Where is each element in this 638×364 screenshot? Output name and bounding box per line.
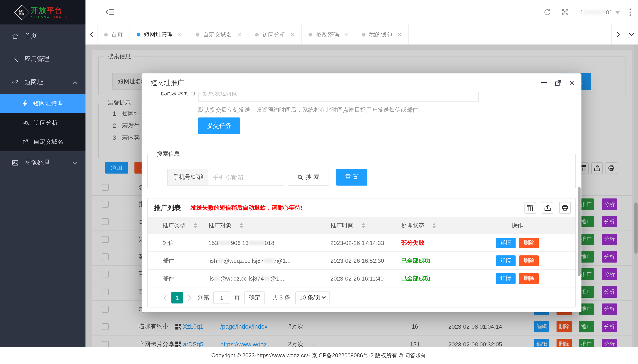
tabs-scroll-right-button[interactable] xyxy=(611,24,625,44)
logo-sub-left: KAIFANG xyxy=(31,15,50,18)
goto-page-input[interactable] xyxy=(213,292,230,304)
delete-button[interactable]: 删除 xyxy=(519,255,539,266)
close-icon[interactable]: ✕ xyxy=(237,31,241,38)
refresh-icon[interactable] xyxy=(538,0,556,24)
submit-task-button[interactable]: 提交任务 xyxy=(198,118,240,134)
sidebar-submenu-shorturl: 短网址管理 访问分析 自定义域名 xyxy=(0,94,86,151)
modal-scrollbar-thumb[interactable] xyxy=(578,187,580,276)
modal-search-button[interactable]: 搜 索 xyxy=(288,169,329,186)
promotion-modal: 短网址推广 × 预约发送时间 预约发送时间 默认提交后立刻发送。设置预约时间后，… xyxy=(142,74,581,312)
sort-icon[interactable] xyxy=(194,223,197,228)
user-menu[interactable]: 1234567801 xyxy=(574,9,626,16)
sidebar-item-custom-domain[interactable]: 自定义域名 xyxy=(0,132,86,151)
sidebar-item-label: 图像处理 xyxy=(25,159,50,167)
modal-header[interactable]: 短网址推广 × xyxy=(142,74,581,92)
schedule-time-label: 预约发送时间 xyxy=(153,92,195,97)
columns-icon[interactable] xyxy=(524,202,536,214)
minimize-icon[interactable] xyxy=(542,82,547,84)
page-size-select[interactable]: 10 条/页 xyxy=(295,291,330,304)
confirm-page-button[interactable]: 确定 xyxy=(244,291,265,304)
chevron-down-icon xyxy=(73,161,78,164)
logo-title-right: 平台 xyxy=(47,6,63,14)
clipped-form-row: 预约发送时间 预约发送时间 xyxy=(142,92,581,103)
col-promo-type[interactable]: 推广类型 xyxy=(163,222,186,230)
col-actions: 操作 xyxy=(511,222,523,230)
sort-icon[interactable] xyxy=(432,223,436,228)
fullscreen-icon[interactable] xyxy=(556,0,574,24)
tab-home[interactable]: 首页 xyxy=(98,24,130,44)
tab-custom-domain[interactable]: 自定义域名✕ xyxy=(189,24,248,44)
close-icon[interactable]: ✕ xyxy=(397,31,402,38)
username-redacted: 2345678 xyxy=(583,9,606,16)
promotion-table-header: 推广类型 推广对象 推广时间 处理状态 操作 xyxy=(148,217,575,234)
sidebar-item-apps[interactable]: 应用管理 xyxy=(0,48,86,71)
promo-type-cell: 邮件 xyxy=(163,274,174,282)
status-badge: 已全部成功 xyxy=(401,256,430,264)
prev-page-icon[interactable] xyxy=(163,295,167,300)
sidebar-item-shorturl-manage[interactable]: 短网址管理 xyxy=(0,94,86,113)
page-number-button[interactable]: 1 xyxy=(171,292,183,304)
maximize-icon[interactable] xyxy=(555,80,562,86)
more-menu-icon[interactable] xyxy=(626,9,638,16)
col-promo-time[interactable]: 推广时间 xyxy=(330,222,353,230)
redacted-text: 88888 xyxy=(249,240,265,246)
sort-icon[interactable] xyxy=(362,223,365,228)
delete-button[interactable]: 删除 xyxy=(519,273,539,284)
goto-suffix-label: 页 xyxy=(234,294,240,302)
sidebar-item-visit-analysis[interactable]: 访问分析 xyxy=(0,113,86,132)
tab-status-dot xyxy=(255,33,259,36)
redacted-text: 88 xyxy=(264,275,270,282)
tab-status-dot xyxy=(309,33,312,36)
detail-button[interactable]: 详情 xyxy=(496,255,515,266)
tab-visit-analysis[interactable]: 访问分析✕ xyxy=(248,24,302,44)
schedule-time-input[interactable]: 预约发送时间 xyxy=(198,92,479,102)
promotion-list-card: 推广列表 发送失败的短信稍后自动退款，请耐心等待! 推广类型 xyxy=(147,198,576,308)
tab-shorturl-manage[interactable]: 短网址管理✕ xyxy=(130,24,189,44)
username: 1234567801 xyxy=(580,9,612,16)
modal-reset-button[interactable]: 重 置 xyxy=(336,169,367,186)
status-badge: 已全部成功 xyxy=(401,274,430,282)
sort-icon[interactable] xyxy=(240,223,243,228)
col-promo-target[interactable]: 推广对象 xyxy=(208,222,232,230)
detail-button[interactable]: 详情 xyxy=(496,273,515,284)
next-page-icon[interactable] xyxy=(187,295,191,300)
promotion-row: 邮件 lish66@wdqz.cc lsj878887@1... 2023-02… xyxy=(148,252,575,270)
close-icon[interactable]: ✕ xyxy=(178,31,182,38)
sidebar-item-home[interactable]: 首页 xyxy=(0,24,86,48)
close-icon[interactable]: ✕ xyxy=(290,31,295,38)
tab-change-password[interactable]: 修改密码✕ xyxy=(302,24,355,44)
modal-search-fieldset: 搜索信息 手机号/邮箱 搜 索 重 置 xyxy=(147,150,576,188)
logo-title-left: 开放 xyxy=(31,6,47,14)
tabs-menu-button[interactable] xyxy=(625,24,638,44)
print-icon[interactable] xyxy=(559,202,571,214)
sidebar-item-label: 应用管理 xyxy=(25,55,50,63)
promo-target-cell: lis66@wdqz.cc lsj87488@1... xyxy=(208,275,284,282)
tabs-scroll-left-button[interactable] xyxy=(86,24,98,44)
pagination: 1 到第 页 确定 共 3 条 10 条/页 xyxy=(148,288,575,308)
promo-type-cell: 短信 xyxy=(163,239,174,247)
sidebar-item-shorturl[interactable]: 短网址 xyxy=(0,71,86,94)
tab-status-dot xyxy=(362,33,366,36)
sidebar: 首页 应用管理 短网址 短网址管理 访问分析 自定义域名 xyxy=(0,24,86,347)
tab-status-dot xyxy=(104,33,108,36)
logo-diamond-icon: 问答求知 xyxy=(14,5,29,20)
delete-button[interactable]: 删除 xyxy=(519,238,539,248)
search-icon xyxy=(297,174,303,180)
tab-my-wallet[interactable]: 我的钱包✕ xyxy=(355,24,409,44)
export-icon[interactable] xyxy=(542,202,553,214)
tab-bar: 首页 短网址管理✕ 自定义域名✕ 访问分析✕ 修改密码✕ 我的钱包✕ xyxy=(86,24,638,44)
sidebar-collapse-icon[interactable] xyxy=(106,8,115,16)
app-logo: 问答求知 开放平台 KAIFANG PINGTAI xyxy=(0,0,86,24)
logo-mark: 问答求知 xyxy=(19,10,25,15)
total-count-label: 共 3 条 xyxy=(272,294,290,302)
close-icon[interactable]: × xyxy=(569,79,574,87)
phone-email-input[interactable] xyxy=(208,169,284,186)
close-icon[interactable]: ✕ xyxy=(344,31,348,38)
sidebar-item-image-process[interactable]: 图像处理 xyxy=(0,151,86,174)
sidebar-item-label: 短网址管理 xyxy=(33,100,63,108)
modal-search-legend: 搜索信息 xyxy=(153,150,183,158)
detail-button[interactable]: 详情 xyxy=(496,238,515,248)
col-status[interactable]: 处理状态 xyxy=(401,222,424,230)
modal-title: 短网址推广 xyxy=(151,78,184,87)
promo-time-cell: 2023-02-26 17:14:33 xyxy=(330,240,384,246)
